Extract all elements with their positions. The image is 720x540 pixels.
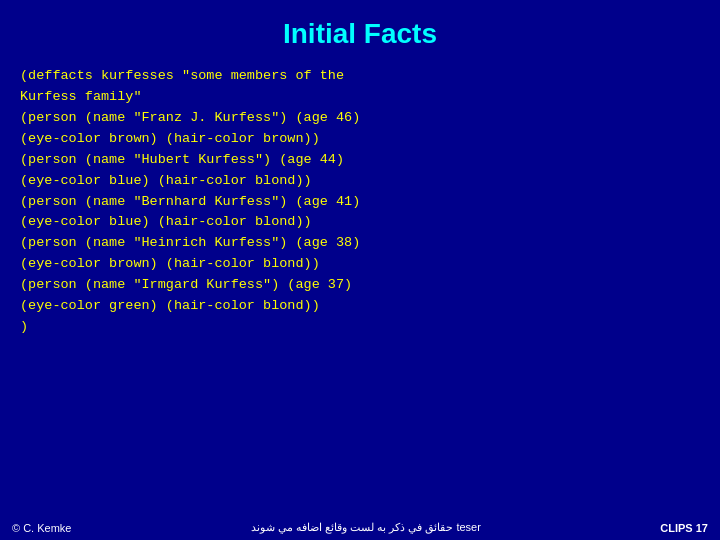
- code-line-13: ): [20, 317, 700, 338]
- code-line-7: (person (name "Bernhard Kurfess") (age 4…: [20, 192, 700, 213]
- code-line-6: (eye-color blue) (hair-color blond)): [20, 171, 700, 192]
- clips-label: CLIPS: [660, 522, 692, 534]
- code-line-10: (eye-color brown) (hair-color blond)): [20, 254, 700, 275]
- code-line-9: (person (name "Heinrich Kurfess") (age 3…: [20, 233, 700, 254]
- code-line-1: (deffacts kurfesses "some members of the: [20, 66, 700, 87]
- code-line-2: Kurfess family": [20, 87, 700, 108]
- footer: © C. Kemke reset حقائق في ذكر به لست وقا…: [0, 517, 720, 540]
- code-line-8: (eye-color blue) (hair-color blond)): [20, 212, 700, 233]
- code-line-12: (eye-color green) (hair-color blond)): [20, 296, 700, 317]
- slide-number: CLIPS 17: [660, 522, 708, 534]
- code-line-3: (person (name "Franz J. Kurfess") (age 4…: [20, 108, 700, 129]
- code-line-11: (person (name "Irmgard Kurfess") (age 37…: [20, 275, 700, 296]
- slide-title: Initial Facts: [0, 0, 720, 62]
- arabic-text: reset حقائق في ذكر به لست وقائع اضافه مي…: [251, 521, 481, 534]
- code-line-4: (eye-color brown) (hair-color brown)): [20, 129, 700, 150]
- page-number: 17: [696, 522, 708, 534]
- copyright: © C. Kemke: [12, 522, 71, 534]
- code-block: (deffacts kurfesses "some members of the…: [0, 62, 720, 517]
- slide: Initial Facts (deffacts kurfesses "some …: [0, 0, 720, 540]
- code-line-5: (person (name "Hubert Kurfess") (age 44): [20, 150, 700, 171]
